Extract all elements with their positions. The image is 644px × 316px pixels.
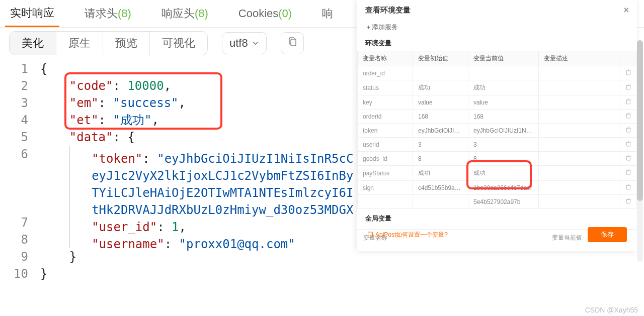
delete-icon[interactable]	[620, 110, 637, 124]
copy-button[interactable]	[281, 32, 304, 54]
var-desc[interactable]	[539, 66, 620, 80]
delete-icon[interactable]	[620, 166, 637, 181]
line-number: 9	[0, 248, 28, 265]
popup-footer: ApiPost如何设置一个变量? 保存	[357, 227, 637, 242]
view-visual[interactable]: 可视化	[149, 32, 207, 55]
col-cur: 变量当前值	[468, 51, 539, 66]
var-init[interactable]	[413, 195, 468, 209]
var-cur[interactable]: value	[468, 95, 539, 110]
line-number: 8	[0, 231, 28, 248]
view-beautify[interactable]: 美化	[10, 32, 56, 55]
var-desc[interactable]	[539, 195, 620, 209]
tab-realtime[interactable]: 实时响应	[5, 0, 59, 27]
var-name[interactable]	[358, 195, 413, 209]
line-number: 4	[0, 112, 28, 129]
var-desc[interactable]	[539, 181, 620, 195]
var-cur[interactable]: 成功	[468, 166, 539, 181]
table-row: tokeneyJhbGciOiJIUzI1NiIsIneyJhbGciOiJIU…	[358, 124, 637, 138]
popup-title: 查看环境变量	[365, 6, 411, 15]
help-link[interactable]: ApiPost如何设置一个变量?	[367, 231, 448, 239]
var-cur[interactable]: 8	[468, 152, 539, 166]
scrollbar-thumb[interactable]	[637, 40, 643, 201]
var-name[interactable]: orderid	[358, 110, 413, 124]
var-init[interactable]: 成功	[413, 166, 468, 181]
tab-reqhead-count: (8)	[118, 7, 131, 20]
col-actions	[620, 51, 637, 66]
var-desc[interactable]	[539, 138, 620, 152]
save-button[interactable]: 保存	[588, 227, 627, 242]
var-name[interactable]: goods_id	[358, 152, 413, 166]
table-row: 5e4b527902a97b	[358, 195, 637, 209]
var-cur[interactable]: eyJhbGciOiJIUzI1NiIsIn	[468, 124, 539, 138]
var-desc[interactable]	[539, 124, 620, 138]
svg-rect-10	[627, 185, 630, 189]
delete-icon[interactable]	[620, 138, 637, 152]
tab-reqhead-label: 请求头	[85, 6, 118, 21]
table-row: order_id	[358, 66, 637, 80]
var-name[interactable]: userid	[358, 138, 413, 152]
var-name[interactable]: sign	[358, 181, 413, 195]
var-name[interactable]: status	[358, 80, 413, 95]
delete-icon[interactable]	[620, 181, 637, 195]
var-cur[interactable]	[468, 66, 539, 80]
document-icon	[367, 232, 373, 238]
var-desc[interactable]	[539, 166, 620, 181]
var-name[interactable]: payStatus	[358, 166, 413, 181]
var-cur[interactable]: 3	[468, 138, 539, 152]
var-init[interactable]	[413, 66, 468, 80]
delete-icon[interactable]	[620, 95, 637, 110]
tab-response-headers[interactable]: 响应头(8)	[156, 0, 213, 27]
scrollbar[interactable]	[637, 40, 643, 261]
delete-icon[interactable]	[620, 195, 637, 209]
tab-request-headers[interactable]: 请求头(8)	[79, 0, 136, 27]
tab-cookies-count: (0)	[278, 7, 292, 20]
encoding-select[interactable]: utf8	[222, 32, 267, 54]
var-cur[interactable]: 1be38aa366c4b7daef	[468, 181, 539, 195]
var-init[interactable]: eyJhbGciOiJIUzI1NiIsIn	[413, 124, 468, 138]
var-init[interactable]: 3	[413, 138, 468, 152]
var-desc[interactable]	[539, 80, 620, 95]
table-row: userid33	[358, 138, 637, 152]
var-init[interactable]: value	[413, 95, 468, 110]
line-number: 2	[0, 77, 28, 94]
chevron-down-icon	[252, 40, 259, 47]
copy-icon	[287, 37, 297, 47]
var-init[interactable]: 168	[413, 110, 468, 124]
var-name[interactable]: key	[358, 95, 413, 110]
line-number: 5	[0, 129, 28, 146]
var-init[interactable]: 8	[413, 152, 468, 166]
var-cur[interactable]: 168	[468, 110, 539, 124]
delete-icon[interactable]	[620, 124, 637, 138]
svg-rect-12	[368, 232, 373, 237]
delete-icon[interactable]	[620, 66, 637, 80]
var-desc[interactable]	[539, 152, 620, 166]
svg-rect-7	[627, 142, 630, 146]
watermark: CSDN @Xayh55	[585, 306, 638, 314]
line-number: 3	[0, 94, 28, 112]
close-icon[interactable]: ×	[623, 5, 629, 16]
col-name: 变量名称	[358, 51, 413, 66]
var-name[interactable]: token	[358, 124, 413, 138]
table-row: goods_id88	[358, 152, 637, 166]
tab-reshead-count: (8)	[195, 7, 208, 20]
tab-cookies[interactable]: Cookies(0)	[233, 0, 297, 27]
add-service-button[interactable]: ＋添加服务	[357, 21, 637, 34]
line-number: 6	[0, 146, 28, 163]
delete-icon[interactable]	[620, 152, 637, 166]
var-desc[interactable]	[539, 110, 620, 124]
line-gutter: 1 2 3 4 5 6 7 8 9 10	[0, 60, 40, 282]
svg-rect-2	[627, 71, 630, 75]
global-section-title: 全局变量	[357, 209, 637, 226]
var-cur[interactable]: 5e4b527902a97b	[468, 195, 539, 209]
var-desc[interactable]	[539, 95, 620, 110]
line-number: 7	[0, 214, 28, 231]
view-preview[interactable]: 预览	[103, 32, 149, 55]
tab-reshead-label: 响应头	[162, 6, 195, 21]
var-init[interactable]: 成功	[413, 80, 468, 95]
var-init[interactable]: c4d51b55b9ad5404c9	[413, 181, 468, 195]
var-cur[interactable]: 成功	[468, 80, 539, 95]
view-raw[interactable]: 原生	[56, 32, 103, 55]
delete-icon[interactable]	[620, 80, 637, 95]
var-name[interactable]: order_id	[358, 66, 413, 80]
tab-response-body[interactable]: 响	[317, 0, 338, 27]
